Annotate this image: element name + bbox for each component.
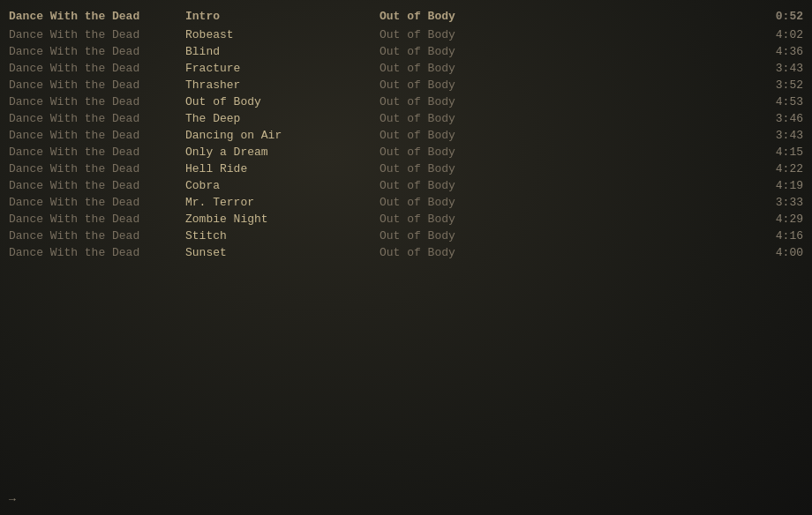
track-artist: Dance With the Dead (9, 28, 185, 41)
track-title: Only a Dream (185, 146, 380, 159)
track-duration: 4:22 (750, 162, 803, 175)
track-list-header: Dance With the Dead Intro Out of Body 0:… (0, 7, 812, 25)
track-album: Out of Body (380, 45, 750, 58)
track-title: Stitch (185, 229, 380, 243)
track-artist: Dance With the Dead (9, 246, 185, 259)
track-artist: Dance With the Dead (9, 146, 185, 159)
track-artist: Dance With the Dead (9, 129, 185, 142)
track-duration: 3:33 (750, 196, 803, 209)
track-title: Dancing on Air (185, 129, 380, 142)
track-title: Hell Ride (185, 162, 380, 175)
track-album: Out of Body (380, 28, 750, 41)
track-album: Out of Body (380, 179, 750, 192)
track-artist: Dance With the Dead (9, 95, 185, 108)
table-row[interactable]: Dance With the DeadZombie NightOut of Bo… (0, 211, 812, 228)
table-row[interactable]: Dance With the DeadCobraOut of Body4:19 (0, 177, 812, 194)
track-duration: 4:02 (750, 28, 803, 41)
track-duration: 3:52 (750, 78, 803, 92)
table-row[interactable]: Dance With the DeadThe DeepOut of Body3:… (0, 110, 812, 127)
track-duration: 3:46 (750, 112, 803, 125)
table-row[interactable]: Dance With the DeadOnly a DreamOut of Bo… (0, 144, 812, 160)
track-list: Dance With the Dead Intro Out of Body 0:… (0, 0, 812, 268)
track-album: Out of Body (380, 112, 750, 125)
track-duration: 4:00 (750, 246, 803, 259)
track-album: Out of Body (380, 78, 750, 92)
track-artist: Dance With the Dead (9, 229, 185, 243)
track-album: Out of Body (380, 62, 750, 75)
track-album: Out of Body (380, 95, 750, 108)
header-title: Intro (185, 10, 380, 23)
track-album: Out of Body (380, 146, 750, 159)
track-title: Fracture (185, 62, 380, 75)
table-row[interactable]: Dance With the DeadThrasherOut of Body3:… (0, 77, 812, 93)
track-duration: 4:29 (750, 213, 803, 226)
track-artist: Dance With the Dead (9, 179, 185, 192)
track-album: Out of Body (380, 229, 750, 243)
track-album: Out of Body (380, 196, 750, 209)
track-duration: 4:36 (750, 45, 803, 58)
tracks-container: Dance With the DeadRobeastOut of Body4:0… (0, 26, 812, 261)
track-title: Cobra (185, 179, 380, 192)
table-row[interactable]: Dance With the DeadDancing on AirOut of … (0, 127, 812, 144)
track-artist: Dance With the Dead (9, 112, 185, 125)
track-album: Out of Body (380, 162, 750, 175)
track-album: Out of Body (380, 213, 750, 226)
header-duration: 0:52 (750, 10, 803, 23)
track-duration: 4:53 (750, 95, 803, 108)
track-title: Blind (185, 45, 380, 58)
header-album: Out of Body (380, 10, 750, 23)
arrow-indicator: → (9, 493, 16, 506)
track-duration: 3:43 (750, 129, 803, 142)
header-artist: Dance With the Dead (9, 10, 185, 23)
track-duration: 4:16 (750, 229, 803, 243)
track-artist: Dance With the Dead (9, 45, 185, 58)
table-row[interactable]: Dance With the DeadHell RideOut of Body4… (0, 160, 812, 177)
table-row[interactable]: Dance With the DeadMr. TerrorOut of Body… (0, 194, 812, 211)
track-artist: Dance With the Dead (9, 62, 185, 75)
track-duration: 4:15 (750, 146, 803, 159)
track-title: Sunset (185, 246, 380, 259)
table-row[interactable]: Dance With the DeadBlindOut of Body4:36 (0, 43, 812, 60)
track-artist: Dance With the Dead (9, 78, 185, 92)
track-duration: 4:19 (750, 179, 803, 192)
table-row[interactable]: Dance With the DeadSunsetOut of Body4:00 (0, 244, 812, 261)
track-title: Zombie Night (185, 213, 380, 226)
track-title: Thrasher (185, 78, 380, 92)
table-row[interactable]: Dance With the DeadStitchOut of Body4:16 (0, 228, 812, 244)
table-row[interactable]: Dance With the DeadOut of BodyOut of Bod… (0, 93, 812, 110)
track-title: Robeast (185, 28, 380, 41)
track-title: Out of Body (185, 95, 380, 108)
track-artist: Dance With the Dead (9, 162, 185, 175)
table-row[interactable]: Dance With the DeadRobeastOut of Body4:0… (0, 26, 812, 43)
track-album: Out of Body (380, 129, 750, 142)
track-title: Mr. Terror (185, 196, 380, 209)
track-duration: 3:43 (750, 62, 803, 75)
track-artist: Dance With the Dead (9, 213, 185, 226)
track-album: Out of Body (380, 246, 750, 259)
track-artist: Dance With the Dead (9, 196, 185, 209)
track-title: The Deep (185, 112, 380, 125)
table-row[interactable]: Dance With the DeadFractureOut of Body3:… (0, 60, 812, 77)
